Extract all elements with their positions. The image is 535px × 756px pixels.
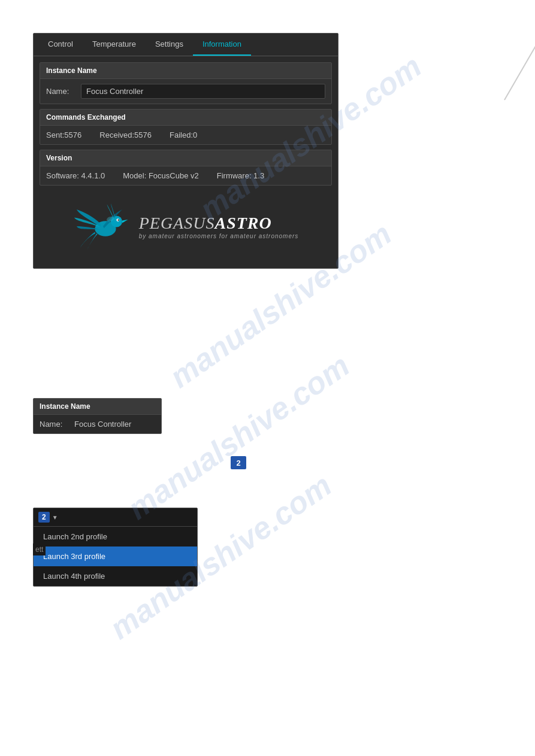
name-row: Name: Focus Controller [46, 84, 325, 99]
commands-section: Commands Exchanged Sent:5576 Received:55… [40, 109, 332, 145]
second-instance-name-header: Instance Name [34, 399, 161, 415]
failed-value: Failed:0 [170, 130, 197, 139]
dropdown-item-4th[interactable]: Launch 4th profile [34, 566, 197, 586]
instance-name-body: Name: Focus Controller [40, 79, 331, 104]
tab-control[interactable]: Control [38, 34, 83, 56]
dropdown-arrow-icon[interactable]: ▼ [52, 514, 58, 521]
second-panel: Instance Name Name: Focus Controller [33, 398, 162, 434]
dropdown-panel: 2 ▼ Launch 2nd profile Launch 3rd profil… [33, 508, 198, 587]
logo-astro: A [214, 214, 226, 232]
version-body: Software: 4.4.1.0 Model: FocusCube v2 Fi… [40, 166, 331, 185]
version-header: Version [40, 150, 331, 166]
watermark-text-3: manualshive.com [121, 347, 356, 526]
commands-row: Sent:5576 Received:5576 Failed:0 [46, 130, 325, 139]
logo-pegasus: P [139, 214, 150, 232]
logo-area: PEGASUSASTRO by amateur astronomers for … [40, 190, 332, 262]
dropdown-item-2nd[interactable]: Launch 2nd profile [34, 527, 197, 546]
received-value: Received:5576 [99, 130, 152, 139]
panel-content: Instance Name Name: Focus Controller Com… [34, 56, 338, 268]
instance-name-section: Instance Name Name: Focus Controller [40, 62, 332, 104]
tab-temperature[interactable]: Temperature [83, 34, 146, 56]
tab-settings[interactable]: Settings [146, 34, 193, 56]
logo-text-area: PEGASUSASTRO by amateur astronomers for … [139, 214, 299, 239]
partial-text: ett [33, 544, 46, 555]
second-name-label: Name: [40, 420, 69, 429]
logo-main-text: PEGASUSASTRO [139, 214, 272, 233]
software-value: Software: 4.4.1.0 [46, 171, 105, 180]
second-name-row: Name: Focus Controller [40, 420, 155, 429]
tab-information[interactable]: Information [193, 34, 251, 56]
second-instance-name-body: Name: Focus Controller [34, 415, 161, 433]
svg-marker-2 [122, 220, 128, 223]
dropdown-item-3rd[interactable]: Launch 3rd profile [34, 546, 197, 566]
version-section: Version Software: 4.4.1.0 Model: FocusCu… [40, 150, 332, 186]
svg-point-4 [117, 219, 119, 220]
commands-body: Sent:5576 Received:5576 Failed:0 [40, 126, 331, 144]
tab-bar: Control Temperature Settings Information [34, 34, 338, 56]
main-panel: Control Temperature Settings Information… [33, 33, 338, 269]
instance-name-header: Instance Name [40, 63, 331, 79]
dropdown-header-row: 2 ▼ [34, 508, 197, 527]
version-row: Software: 4.4.1.0 Model: FocusCube v2 Fi… [46, 171, 325, 180]
commands-header: Commands Exchanged [40, 110, 331, 126]
firmware-value: Firmware: 1.3 [217, 171, 264, 180]
second-name-value: Focus Controller [74, 420, 131, 429]
name-label: Name: [46, 87, 76, 96]
number-badge[interactable]: 2 [231, 456, 246, 469]
model-value: Model: FocusCube v2 [123, 171, 198, 180]
logo-sub-text: by amateur astronomers for amateur astro… [139, 233, 299, 239]
sent-value: Sent:5576 [46, 130, 81, 139]
logo-container: PEGASUSASTRO by amateur astronomers for … [73, 202, 299, 250]
dropdown-number[interactable]: 2 [38, 512, 50, 523]
diagonal-line [504, 38, 535, 101]
name-value: Focus Controller [81, 84, 325, 99]
pegasus-bird-icon [73, 202, 133, 250]
